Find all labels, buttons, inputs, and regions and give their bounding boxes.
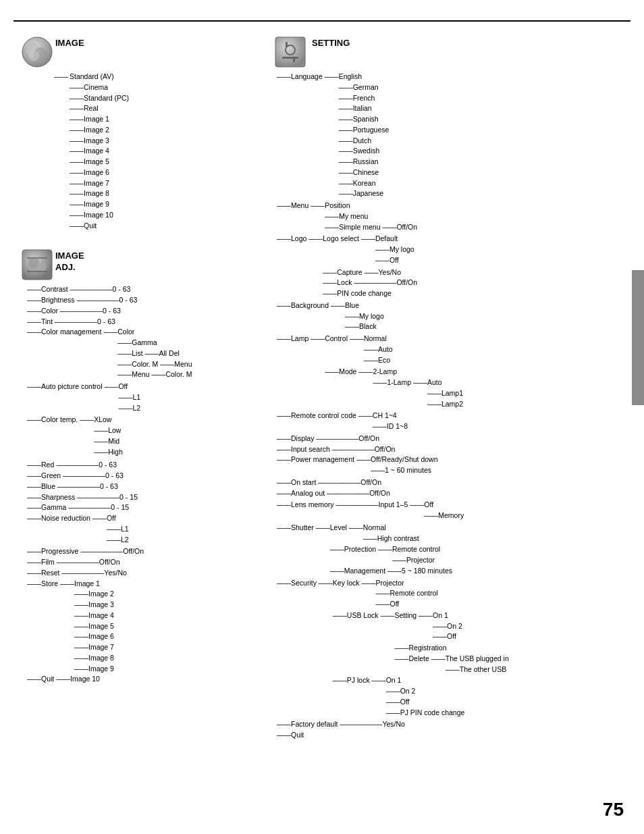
image-adj-section: IMAGE ADJ. ——Contrast ——————0 - 63 ——Bri…: [20, 248, 270, 685]
svg-rect-9: [275, 37, 305, 67]
image-tree: —— Standard (AV) ——Cinema ——Standard (PC…: [54, 72, 270, 231]
svg-point-3: [28, 50, 39, 61]
right-column: SETTING ——Language —— English ——German —…: [273, 35, 638, 741]
svg-rect-11: [282, 57, 298, 59]
right-tab: [632, 270, 644, 405]
left-column: IMAGE —— Standard (AV) ——Cinema ——Standa…: [20, 35, 270, 741]
image-title: IMAGE: [55, 38, 84, 48]
page-number: 75: [603, 799, 624, 820]
setting-tree: ——Language —— English ——German ——French …: [277, 72, 638, 741]
setting-title: SETTING: [312, 38, 350, 48]
page: IMAGE —— Standard (AV) ——Cinema ——Standa…: [0, 0, 644, 834]
image-adj-title: IMAGE ADJ.: [55, 251, 84, 273]
svg-point-6: [37, 262, 47, 271]
image-adj-tree: ——Contrast ——————0 - 63 ——Brightness ———…: [27, 284, 270, 685]
svg-rect-12: [286, 42, 288, 47]
svg-rect-13: [293, 57, 295, 62]
image-section: IMAGE —— Standard (AV) ——Cinema ——Standa…: [20, 35, 270, 231]
